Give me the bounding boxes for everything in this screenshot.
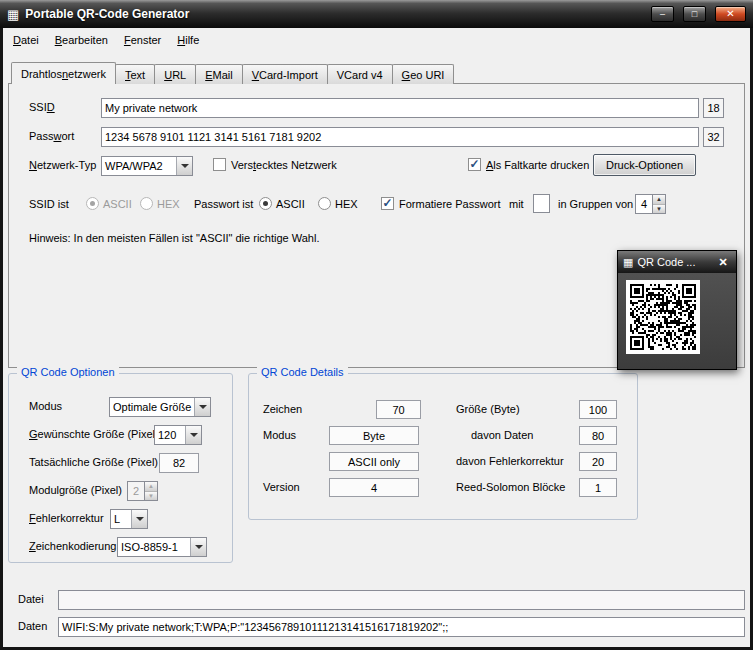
close-button[interactable]: ✕ [715, 6, 746, 22]
window-title: Portable QR-Code Generator [25, 7, 642, 21]
dropdown-arrow-icon[interactable] [176, 157, 192, 175]
reed-solomon-value: 1 [579, 478, 617, 497]
ssid-length: 18 [703, 98, 724, 118]
gruppen-spinner[interactable]: 4 ▲ ▼ [635, 194, 666, 214]
qr-optionen-title: QR Code Optionen [17, 366, 119, 378]
app-icon: ▦ [7, 8, 19, 21]
gruppen-value[interactable]: 4 [635, 194, 653, 214]
gewuenschte-groesse-value: 120 [155, 426, 185, 444]
app-window: ▦ Portable QR-Code Generator – □ ✕ Datei… [0, 0, 753, 650]
tab-geo-uri[interactable]: Geo URI [392, 64, 455, 84]
tab-vcard-v4[interactable]: VCard v4 [327, 64, 393, 84]
tab-vcard-import[interactable]: VCard-Import [242, 64, 328, 84]
passwort-hex-radio[interactable] [318, 197, 331, 210]
formatiere-passwort-label[interactable]: Formatiere Passwort [399, 198, 500, 210]
als-faltkarte-label[interactable]: Als Faltkarte drucken [486, 159, 589, 171]
qr-popup-titlebar[interactable]: ▦ QR Code ... ✕ [618, 251, 736, 273]
tatsaechliche-groesse-label: Tatsächliche Größe (Pixel) [29, 456, 158, 468]
passwort-ascii-label[interactable]: ASCII [276, 198, 305, 210]
fehlerkorrektur-value: L [111, 510, 131, 528]
qr-optionen-group: QR Code Optionen Modus Optimale Größe Ge… [8, 373, 233, 563]
ssid-hex-label: HEX [157, 198, 180, 210]
modulgroesse-spinner-arrows: ▲ ▼ [145, 481, 158, 501]
details-modus-value: Byte [329, 426, 419, 445]
tab-strip: Drahtlosnetzwerk Text URL EMail VCard-Im… [11, 62, 453, 84]
menu-bearbeiten[interactable]: Bearbeiten [47, 28, 116, 52]
gewuenschte-groesse-label: Gewünschte Größe (Pixel) [29, 428, 159, 440]
spinner-down-icon: ▼ [145, 492, 157, 501]
menu-hilfe[interactable]: Hilfe [169, 28, 207, 52]
spinner-down-icon[interactable]: ▼ [653, 205, 665, 214]
maximize-icon: □ [692, 10, 697, 19]
qr-popup-icon: ▦ [623, 257, 633, 268]
passwort-ascii-radio[interactable] [259, 197, 272, 210]
qr-popup-title: QR Code ... [637, 256, 711, 268]
zeichen-value: 70 [376, 400, 421, 419]
ssid-ascii-label: ASCII [103, 198, 132, 210]
gruppen-label: in Gruppen von [558, 198, 633, 210]
netzwerk-typ-combo[interactable]: WPA/WPA2 [101, 156, 193, 176]
druck-optionen-button[interactable]: Druck-Optionen [593, 154, 696, 176]
gewuenschte-groesse-combo[interactable]: 120 [154, 425, 202, 445]
fehlerkorrektur-combo[interactable]: L [110, 509, 148, 529]
menu-datei[interactable]: Datei [5, 28, 47, 52]
modus-label: Modus [29, 400, 62, 412]
formatiere-passwort-checkbox[interactable]: ✓ [381, 197, 394, 210]
minimize-button[interactable]: – [651, 6, 674, 22]
dropdown-arrow-icon[interactable] [185, 426, 201, 444]
qr-code-image [626, 280, 700, 354]
qr-popup-close-button[interactable]: ✕ [715, 255, 731, 270]
davon-daten-value: 80 [579, 426, 617, 445]
gruppen-spinner-arrows[interactable]: ▲ ▼ [653, 194, 666, 214]
tab-text[interactable]: Text [115, 64, 155, 84]
passwort-ist-label: Passwort ist [194, 198, 253, 210]
verstecktes-netzwerk-checkbox[interactable] [213, 158, 226, 171]
qr-details-group: QR Code Details Zeichen 70 Größe (Byte) … [248, 373, 638, 520]
mit-input[interactable] [533, 194, 550, 213]
menu-fenster[interactable]: Fenster [116, 28, 169, 52]
groesse-byte-value: 100 [579, 400, 617, 419]
davon-fehlerkorrektur-value: 20 [579, 452, 617, 471]
zeichen-label: Zeichen [263, 403, 302, 415]
client-area: Datei Bearbeiten Fenster Hilfe Drahtlosn… [3, 28, 750, 647]
modulgroesse-value: 2 [127, 481, 145, 501]
passwort-label: Passwort [29, 130, 74, 142]
daten-label: Daten [18, 620, 47, 632]
title-bar[interactable]: ▦ Portable QR-Code Generator – □ ✕ [0, 0, 753, 28]
dropdown-arrow-icon[interactable] [194, 398, 210, 416]
daten-output-field[interactable] [58, 617, 745, 637]
qr-details-title: QR Code Details [257, 366, 348, 378]
mit-label: mit [509, 198, 524, 210]
datei-output-field[interactable] [58, 590, 745, 610]
zeichenkodierung-combo[interactable]: ISO-8859-1 [117, 537, 207, 557]
ssid-ascii-radio [86, 197, 99, 210]
tab-url[interactable]: URL [154, 64, 196, 84]
ssid-input[interactable] [101, 98, 699, 118]
modulgroesse-spinner: 2 ▲ ▼ [127, 481, 158, 501]
modus-combo[interactable]: Optimale Größe [109, 397, 211, 417]
minimize-icon: – [660, 10, 665, 19]
passwort-input[interactable] [101, 127, 699, 147]
details-modus-value2: ASCII only [329, 452, 419, 471]
groesse-byte-label: Größe (Byte) [456, 403, 520, 415]
menu-bar: Datei Bearbeiten Fenster Hilfe [3, 28, 750, 52]
version-label: Version [263, 481, 300, 493]
ssid-label: SSID [29, 101, 55, 113]
als-faltkarte-checkbox[interactable]: ✓ [468, 158, 481, 171]
tab-drahtlosnetzwerk[interactable]: Drahtlosnetzwerk [11, 62, 116, 84]
maximize-button[interactable]: □ [683, 6, 706, 22]
hinweis-text: Hinweis: In den meisten Fällen ist "ASCI… [29, 232, 319, 244]
spinner-up-icon[interactable]: ▲ [653, 195, 665, 205]
dropdown-arrow-icon[interactable] [190, 538, 206, 556]
davon-fehlerkorrektur-label: davon Fehlerkorrektur [456, 455, 564, 467]
verstecktes-netzwerk-label[interactable]: Verstecktes Netzwerk [231, 159, 337, 171]
tatsaechliche-groesse-value: 82 [159, 453, 199, 473]
modulgroesse-label: Modulgröße (Pixel) [29, 484, 122, 496]
modus-value: Optimale Größe [110, 398, 194, 416]
fehlerkorrektur-label: Fehlerkorrektur [29, 512, 104, 524]
ssid-ist-label: SSID ist [29, 198, 69, 210]
dropdown-arrow-icon[interactable] [131, 510, 147, 528]
qr-popup-window: ▦ QR Code ... ✕ [617, 250, 737, 370]
passwort-hex-label[interactable]: HEX [335, 198, 358, 210]
tab-email[interactable]: EMail [195, 64, 243, 84]
